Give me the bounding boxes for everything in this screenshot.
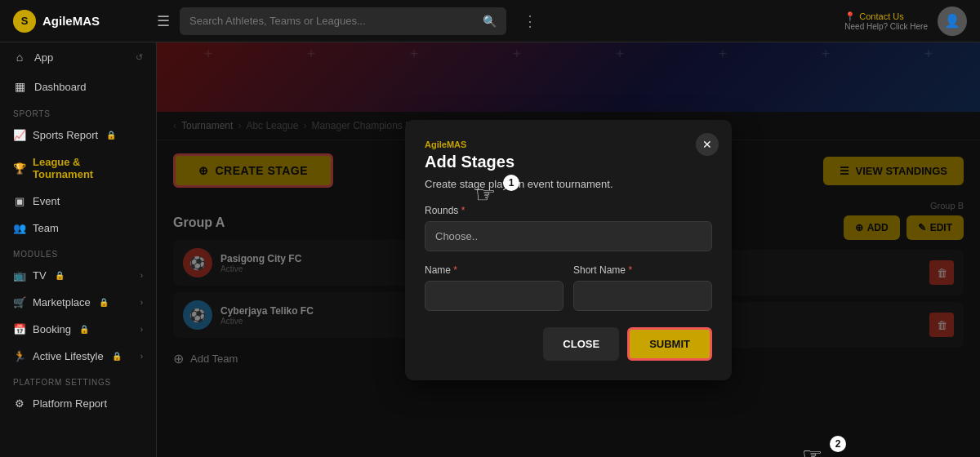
sidebar-item-league-tournament-label: League & Tournament	[33, 156, 143, 180]
modal-brand: AgileMAS	[425, 140, 712, 149]
trophy-icon: 🏆	[13, 162, 26, 175]
add-stages-modal: ✕ AgileMAS Add Stages Create stage plays…	[405, 120, 732, 380]
lock-icon-active: 🔒	[112, 352, 122, 361]
sidebar-item-app[interactable]: ⌂ App ↺	[0, 42, 156, 72]
short-name-required: *	[628, 264, 632, 276]
logo-text: AgileMAS	[42, 14, 100, 28]
refresh-icon: ↺	[136, 52, 143, 63]
modal-footer: CLOSE SUBMIT	[425, 327, 712, 361]
lock-icon-marketplace: 🔒	[99, 298, 109, 307]
contact-label: 📍 Contact Us	[844, 11, 928, 22]
topnav-right: 📍 Contact Us Need Help? Click Here 👤	[844, 7, 967, 36]
short-name-group: Short Name *	[573, 264, 712, 311]
lock-icon-tv: 🔒	[55, 271, 65, 280]
modal-close-btn[interactable]: CLOSE	[543, 327, 619, 361]
sidebar-item-event[interactable]: ▣ Event	[0, 188, 156, 215]
chevron-tv: ›	[140, 271, 143, 280]
name-label: Name *	[425, 264, 564, 276]
sidebar-item-sports-report[interactable]: 📈 Sports Report 🔒	[0, 122, 156, 149]
rounds-required: *	[461, 205, 466, 216]
sidebar-item-marketplace-label: Marketplace	[33, 296, 91, 308]
sidebar-item-active-lifestyle-label: Active Lifestyle	[33, 350, 104, 362]
name-required: *	[453, 264, 457, 276]
close-btn-label: CLOSE	[563, 338, 599, 350]
sidebar-section-platform: Platform Settings	[0, 370, 156, 390]
logo-icon: S	[13, 10, 36, 33]
sidebar-section-sports: Sports	[0, 101, 156, 122]
submit-btn-label: SUBMIT	[649, 338, 690, 350]
sidebar-item-event-label: Event	[33, 195, 60, 207]
sidebar-item-team[interactable]: 👥 Team	[0, 215, 156, 242]
main-layout: ⌂ App ↺ ▦ Dashboard Sports 📈 Sports Repo…	[0, 42, 980, 457]
home-icon: ⌂	[13, 51, 26, 64]
avatar[interactable]: 👤	[938, 7, 967, 36]
search-icon: 🔍	[483, 15, 497, 28]
short-name-input[interactable]	[573, 281, 712, 311]
lock-icon-booking: 🔒	[79, 325, 89, 334]
chart-icon: 📈	[13, 129, 26, 141]
content-area: + + + + + + + + ‹ Tournament › Abc Leagu…	[157, 42, 980, 457]
rounds-select[interactable]: Choose..	[425, 221, 712, 251]
sidebar-item-team-label: Team	[33, 222, 59, 234]
sidebar-item-dashboard[interactable]: ▦ Dashboard	[0, 72, 156, 101]
short-name-label: Short Name *	[573, 264, 712, 276]
active-icon: 🏃	[13, 350, 26, 362]
form-name-row: Name * Short Name *	[425, 264, 712, 311]
chevron-active: ›	[140, 352, 143, 361]
top-navigation: S AgileMAS ☰ 🔍 ⋮ 📍 Contact Us Need Help?…	[0, 0, 980, 42]
modal-submit-btn[interactable]: SUBMIT	[627, 327, 712, 361]
contact-sub: Need Help? Click Here	[844, 22, 928, 31]
logo-area: S AgileMAS	[13, 10, 144, 33]
modal-description: Create stage plays in event tournament.	[425, 178, 712, 190]
cursor-label-1: 1	[503, 175, 519, 191]
sidebar-item-platform-report[interactable]: ⚙ Platform Report	[0, 390, 156, 417]
chevron-booking: ›	[140, 325, 143, 334]
sidebar-item-tv-label: TV	[33, 269, 47, 282]
sidebar-item-booking-label: Booking	[33, 323, 71, 335]
sidebar: ⌂ App ↺ ▦ Dashboard Sports 📈 Sports Repo…	[0, 42, 157, 457]
sidebar-item-league-tournament[interactable]: 🏆 League & Tournament	[0, 149, 156, 188]
tv-icon: 📺	[13, 269, 26, 282]
cursor-label-2: 2	[830, 436, 846, 452]
rounds-label: Rounds *	[425, 205, 712, 216]
sidebar-item-app-label: App	[34, 51, 53, 64]
sidebar-item-platform-report-label: Platform Report	[33, 397, 107, 410]
event-icon: ▣	[13, 195, 26, 207]
pin-icon: 📍	[844, 11, 856, 22]
contact-info: 📍 Contact Us Need Help? Click Here	[844, 11, 928, 31]
platform-icon: ⚙	[13, 397, 26, 410]
modal-close-button[interactable]: ✕	[696, 133, 719, 156]
modal-title: Add Stages	[425, 153, 712, 171]
sidebar-item-booking[interactable]: 📅 Booking 🔒 ›	[0, 316, 156, 343]
team-icon: 👥	[13, 222, 26, 234]
sidebar-item-dashboard-label: Dashboard	[34, 81, 87, 93]
sidebar-item-active-lifestyle[interactable]: 🏃 Active Lifestyle 🔒 ›	[0, 343, 156, 370]
search-input[interactable]	[189, 15, 483, 27]
hamburger-icon[interactable]: ☰	[157, 12, 170, 30]
name-group: Name *	[425, 264, 564, 311]
sidebar-item-sports-report-label: Sports Report	[33, 129, 98, 141]
name-input[interactable]	[425, 281, 564, 311]
lock-icon-sports-report: 🔒	[106, 131, 116, 140]
booking-icon: 📅	[13, 323, 26, 335]
chevron-marketplace: ›	[140, 298, 143, 307]
search-bar[interactable]: 🔍	[180, 7, 506, 35]
sidebar-section-modules: Modules	[0, 242, 156, 262]
more-options-icon[interactable]: ⋮	[523, 12, 537, 30]
marketplace-icon: 🛒	[13, 296, 26, 308]
sidebar-item-tv[interactable]: 📺 TV 🔒 ›	[0, 262, 156, 289]
dashboard-icon: ▦	[13, 80, 26, 93]
sidebar-item-marketplace[interactable]: 🛒 Marketplace 🔒 ›	[0, 289, 156, 316]
modal-overlay: ✕ AgileMAS Add Stages Create stage plays…	[157, 42, 980, 457]
